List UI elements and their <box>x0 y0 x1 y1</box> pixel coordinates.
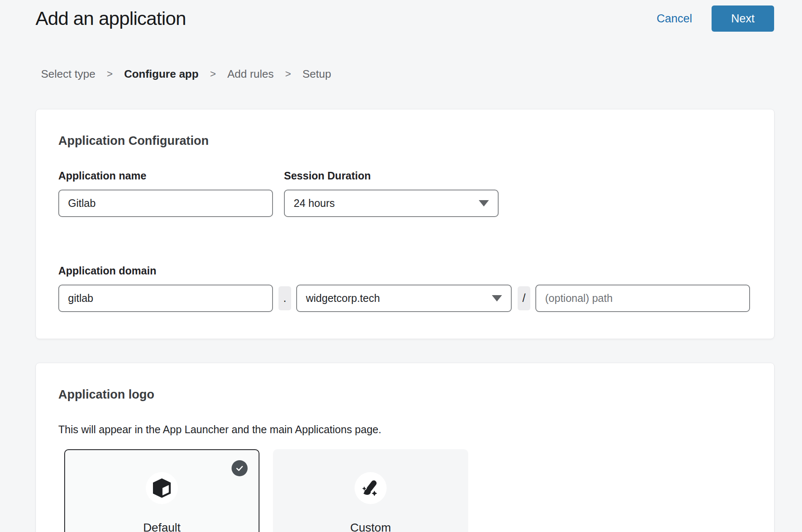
session-duration-select[interactable]: 24 hours <box>284 190 499 217</box>
path-input[interactable] <box>535 285 750 312</box>
session-duration-label: Session Duration <box>284 169 499 182</box>
session-duration-field-group: Session Duration 24 hours <box>284 169 499 217</box>
chevron-down-icon <box>492 295 502 301</box>
breadcrumb-step-configure-app[interactable]: Configure app <box>124 68 199 81</box>
breadcrumb-step-select-type[interactable]: Select type <box>41 68 95 81</box>
logo-option-tiles: Default Custom <box>64 449 752 532</box>
selected-check-badge <box>232 460 248 476</box>
breadcrumb-separator: > <box>210 68 216 80</box>
logo-option-default[interactable]: Default <box>64 449 259 532</box>
slash-separator: / <box>518 286 530 310</box>
breadcrumb-separator: > <box>107 68 113 80</box>
logo-option-label: Custom <box>350 521 391 532</box>
logo-option-label: Default <box>143 521 181 532</box>
check-icon <box>235 464 244 473</box>
chevron-down-icon <box>479 200 489 206</box>
application-configuration-card: Application Configuration Application na… <box>35 109 775 339</box>
dot-separator: . <box>278 286 291 310</box>
breadcrumb-step-setup[interactable]: Setup <box>303 68 331 81</box>
custom-logo-circle <box>355 472 387 504</box>
application-name-field-group: Application name <box>58 169 273 217</box>
application-logo-description: This will appear in the App Launcher and… <box>58 423 752 436</box>
application-logo-card: Application logo This will appear in the… <box>35 363 775 532</box>
application-logo-heading: Application logo <box>58 387 752 402</box>
logo-option-custom[interactable]: Custom <box>273 449 468 532</box>
page-title: Add an application <box>35 8 657 30</box>
domain-select-value: widgetcorp.tech <box>306 292 380 304</box>
session-duration-value: 24 hours <box>294 197 335 209</box>
subdomain-input[interactable] <box>58 285 273 312</box>
application-name-label: Application name <box>58 169 273 182</box>
next-button[interactable]: Next <box>712 5 774 32</box>
paintbrush-icon <box>360 478 381 498</box>
cancel-button[interactable]: Cancel <box>657 12 692 25</box>
application-name-input[interactable] <box>58 190 273 217</box>
cube-icon <box>152 478 172 499</box>
domain-select[interactable]: widgetcorp.tech <box>296 285 512 312</box>
breadcrumb-separator: > <box>285 68 291 80</box>
application-configuration-heading: Application Configuration <box>58 133 752 148</box>
breadcrumb: Select type > Configure app > Add rules … <box>41 68 802 80</box>
breadcrumb-step-add-rules[interactable]: Add rules <box>227 68 274 81</box>
page-header: Add an application Cancel Next <box>0 0 802 37</box>
application-domain-label: Application domain <box>58 264 752 277</box>
application-domain-row: . widgetcorp.tech / <box>58 285 752 312</box>
name-session-row: Application name Session Duration 24 hou… <box>58 169 752 217</box>
default-logo-circle <box>146 472 178 504</box>
